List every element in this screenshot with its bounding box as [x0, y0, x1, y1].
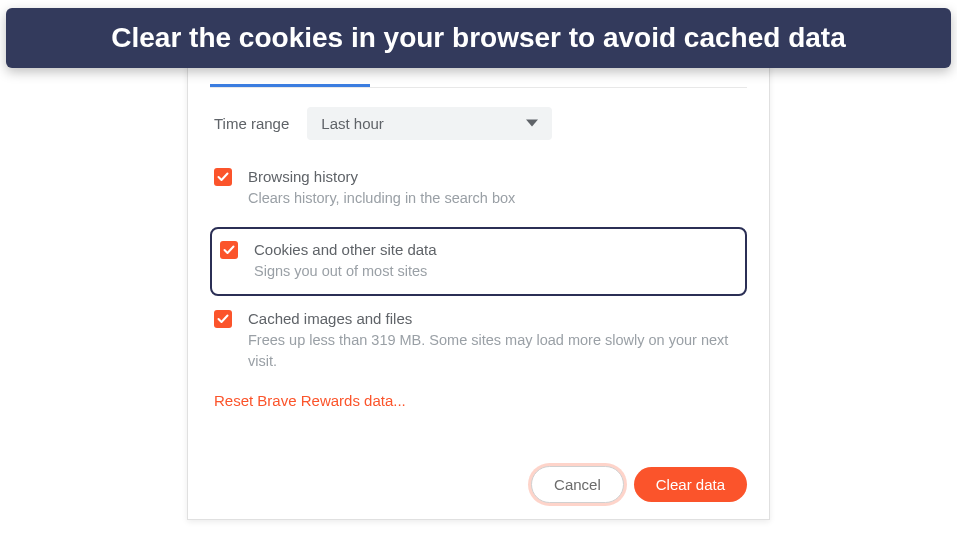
annotation-banner: Clear the cookies in your browser to avo… — [6, 8, 951, 68]
time-range-label: Time range — [214, 115, 289, 132]
option-description: Signs you out of most sites — [254, 261, 735, 282]
cancel-button[interactable]: Cancel — [531, 466, 624, 503]
checkbox[interactable] — [220, 241, 238, 259]
option-title: Browsing history — [248, 166, 741, 187]
options-list: Browsing historyClears history, includin… — [210, 162, 747, 378]
option-description: Frees up less than 319 MB. Some sites ma… — [248, 330, 741, 372]
clear-data-button[interactable]: Clear data — [634, 467, 747, 502]
reset-rewards-link[interactable]: Reset Brave Rewards data... — [210, 392, 747, 409]
option-title: Cookies and other site data — [254, 239, 735, 260]
time-range-dropdown[interactable]: Last hour — [307, 107, 552, 140]
option-text: Cookies and other site dataSigns you out… — [254, 239, 735, 282]
time-range-row: Time range Last hour — [210, 107, 747, 140]
option-row: Browsing historyClears history, includin… — [210, 162, 747, 215]
dialog-content: Time range Last hour Browsing historyCle… — [210, 107, 747, 409]
clear-data-dialog: Time range Last hour Browsing historyCle… — [187, 50, 770, 520]
option-title: Cached images and files — [248, 308, 741, 329]
chevron-down-icon — [526, 115, 538, 132]
tab-indicator — [210, 84, 370, 87]
option-text: Browsing historyClears history, includin… — [248, 166, 741, 209]
option-text: Cached images and filesFrees up less tha… — [248, 308, 741, 372]
checkbox[interactable] — [214, 310, 232, 328]
checkbox[interactable] — [214, 168, 232, 186]
time-range-value: Last hour — [321, 115, 384, 132]
dialog-footer: Cancel Clear data — [531, 466, 747, 503]
option-description: Clears history, including in the search … — [248, 188, 741, 209]
option-row: Cached images and filesFrees up less tha… — [210, 304, 747, 378]
option-row: Cookies and other site dataSigns you out… — [210, 227, 747, 296]
